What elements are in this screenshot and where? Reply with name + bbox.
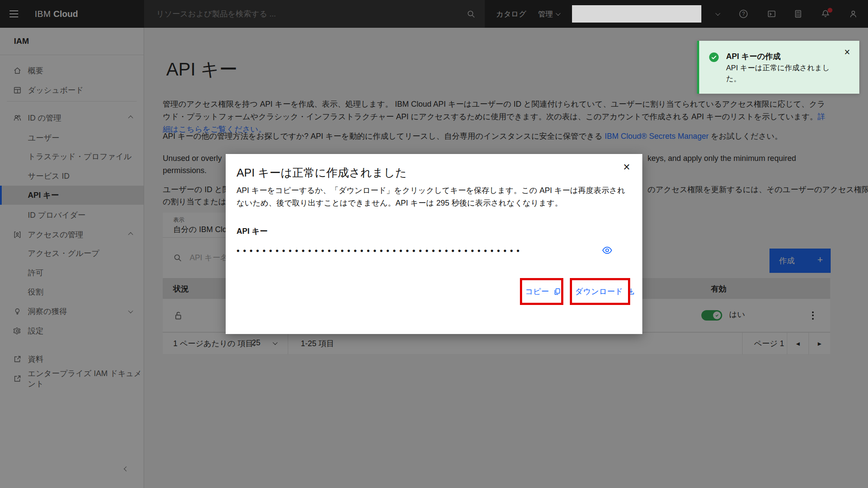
close-icon: × <box>844 46 850 58</box>
eye-icon <box>602 245 621 256</box>
api-key-field-label: API キー <box>237 226 267 236</box>
close-icon: × <box>623 160 630 174</box>
toast-body: API キーは正常に作成されました。 <box>726 62 835 84</box>
masked-api-key-value[interactable]: ••••••••••••••••••••••••••••••••••••••••… <box>237 246 523 256</box>
modal-body-text: API キーをコピーするか、「ダウンロード」をクリックしてキーを保存します。この… <box>237 184 632 210</box>
check-circle-icon <box>709 52 719 62</box>
toast-title: API キーの作成 <box>726 51 781 62</box>
toast-close-button[interactable]: × <box>838 43 856 61</box>
api-key-created-modal: × API キーは正常に作成されました API キーをコピーするか、「ダウンロー… <box>226 154 642 334</box>
download-api-key-button[interactable]: ダウンロード <box>575 282 635 301</box>
redacted-account-name <box>572 5 701 23</box>
download-icon <box>627 288 635 295</box>
download-button-label: ダウンロード <box>575 286 623 297</box>
show-api-key-button[interactable] <box>602 241 621 260</box>
ibm-cloud-console: IBM Cloud リソースおよび製品を検索する ... カタログ 管理 ? <box>0 0 868 488</box>
modal-title: API キーは正常に作成されました <box>237 165 407 180</box>
copy-api-key-button[interactable]: コピー <box>525 282 561 301</box>
copy-icon <box>553 288 561 295</box>
success-toast: API キーの作成 API キーは正常に作成されました。 × <box>697 41 859 94</box>
modal-close-button[interactable]: × <box>617 157 636 177</box>
copy-button-label: コピー <box>525 286 549 297</box>
